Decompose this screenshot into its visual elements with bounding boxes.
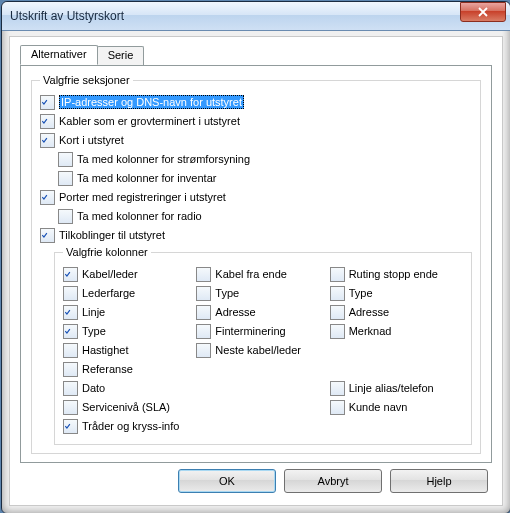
group-columns: Valgfrie kolonner Kabel/leder Lederfarge… bbox=[54, 246, 472, 445]
col-label: Kabel/leder bbox=[82, 268, 138, 280]
checkbox-icon bbox=[63, 343, 78, 358]
col-lederfarge[interactable]: Lederfarge bbox=[63, 284, 196, 302]
tabstrip: Alternativer Serie bbox=[20, 45, 143, 65]
col-alias[interactable]: Linje alias/telefon bbox=[330, 379, 463, 397]
col-label: Neste kabel/leder bbox=[215, 344, 301, 356]
checkbox-icon bbox=[63, 267, 78, 282]
col-linje[interactable]: Linje bbox=[63, 303, 196, 321]
group-columns-legend: Valgfrie kolonner bbox=[63, 246, 151, 258]
option-kort-inv[interactable]: Ta med kolonner for inventar bbox=[58, 169, 472, 187]
group-sections-legend: Valgfrie seksjoner bbox=[40, 74, 133, 86]
col-type3[interactable]: Type bbox=[330, 284, 463, 302]
col-label: Linje bbox=[82, 306, 105, 318]
tab-serie[interactable]: Serie bbox=[97, 46, 145, 66]
checkbox-icon bbox=[63, 400, 78, 415]
col-kunde[interactable]: Kunde navn bbox=[330, 398, 463, 416]
option-kort-power[interactable]: Ta med kolonner for strømforsyning bbox=[58, 150, 472, 168]
option-ip-label: IP-adresser og DNS-navn for utstyret bbox=[59, 95, 244, 109]
button-bar: OK Avbryt Hjelp bbox=[178, 469, 488, 493]
option-kabler[interactable]: Kabler som er grovterminert i utstyret bbox=[40, 112, 472, 130]
col-finterminering[interactable]: Finterminering bbox=[196, 322, 329, 340]
button-label: Hjelp bbox=[426, 475, 451, 487]
tabpage-alternativer: Valgfrie seksjoner IP-adresser og DNS-na… bbox=[20, 65, 492, 463]
col-label: Type bbox=[82, 325, 106, 337]
checkbox-icon bbox=[40, 228, 55, 243]
col-label: Lederfarge bbox=[82, 287, 135, 299]
col-label: Adresse bbox=[215, 306, 255, 318]
checkbox-icon bbox=[330, 286, 345, 301]
cancel-button[interactable]: Avbryt bbox=[284, 469, 382, 493]
col-label: Merknad bbox=[349, 325, 392, 337]
checkbox-icon bbox=[63, 362, 78, 377]
checkbox-icon bbox=[63, 305, 78, 320]
option-kort-inv-label: Ta med kolonner for inventar bbox=[77, 172, 216, 184]
checkbox-icon bbox=[63, 324, 78, 339]
column-3: Ruting stopp ende Type Adresse Merknad .… bbox=[330, 264, 463, 436]
col-type2[interactable]: Type bbox=[196, 284, 329, 302]
checkbox-icon bbox=[40, 95, 55, 110]
checkbox-icon bbox=[330, 267, 345, 282]
checkbox-icon bbox=[330, 324, 345, 339]
titlebar: Utskrift av Utstyrskort bbox=[2, 2, 510, 31]
col-label: Kunde navn bbox=[349, 401, 408, 413]
col-neste[interactable]: Neste kabel/leder bbox=[196, 341, 329, 359]
option-ip[interactable]: IP-adresser og DNS-navn for utstyret bbox=[40, 93, 472, 111]
button-label: Avbryt bbox=[318, 475, 349, 487]
checkbox-icon bbox=[58, 171, 73, 186]
col-label: Finterminering bbox=[215, 325, 285, 337]
column-2: Kabel fra ende Type Adresse Fintermineri… bbox=[196, 264, 329, 436]
col-ruting[interactable]: Ruting stopp ende bbox=[330, 265, 463, 283]
tab-label: Alternativer bbox=[31, 48, 87, 60]
button-label: OK bbox=[219, 475, 235, 487]
col-sla[interactable]: Servicenivå (SLA) bbox=[63, 398, 196, 416]
checkbox-icon bbox=[63, 419, 78, 434]
checkbox-icon bbox=[40, 133, 55, 148]
col-adresse3[interactable]: Adresse bbox=[330, 303, 463, 321]
columns-container: Kabel/leder Lederfarge Linje Type Hastig… bbox=[63, 264, 463, 436]
checkbox-icon bbox=[196, 267, 211, 282]
close-button[interactable] bbox=[460, 2, 506, 22]
checkbox-icon bbox=[196, 324, 211, 339]
option-kort[interactable]: Kort i utstyret bbox=[40, 131, 472, 149]
col-kabel-fra[interactable]: Kabel fra ende bbox=[196, 265, 329, 283]
col-kabel[interactable]: Kabel/leder bbox=[63, 265, 196, 283]
col-adresse2[interactable]: Adresse bbox=[196, 303, 329, 321]
checkbox-icon bbox=[63, 286, 78, 301]
checkbox-icon bbox=[63, 381, 78, 396]
col-hastighet[interactable]: Hastighet bbox=[63, 341, 196, 359]
checkbox-icon bbox=[196, 343, 211, 358]
option-kort-power-label: Ta med kolonner for strømforsyning bbox=[77, 153, 250, 165]
col-label: Tråder og kryss-info bbox=[82, 420, 179, 432]
col-label: Hastighet bbox=[82, 344, 128, 356]
option-porter[interactable]: Porter med registreringer i utstyret bbox=[40, 188, 472, 206]
col-label: Ruting stopp ende bbox=[349, 268, 438, 280]
window-title: Utskrift av Utstyrskort bbox=[10, 9, 460, 23]
option-tilkoblinger-label: Tilkoblinger til utstyret bbox=[59, 229, 165, 241]
checkbox-icon bbox=[330, 400, 345, 415]
col-label: Referanse bbox=[82, 363, 133, 375]
col-referanse[interactable]: Referanse bbox=[63, 360, 196, 378]
checkbox-icon bbox=[330, 381, 345, 396]
option-porter-radio-label: Ta med kolonner for radio bbox=[77, 210, 202, 222]
help-button[interactable]: Hjelp bbox=[390, 469, 488, 493]
col-type1[interactable]: Type bbox=[63, 322, 196, 340]
option-porter-radio[interactable]: Ta med kolonner for radio bbox=[58, 207, 472, 225]
checkbox-icon bbox=[196, 305, 211, 320]
checkbox-icon bbox=[58, 152, 73, 167]
checkbox-icon bbox=[40, 114, 55, 129]
col-merknad[interactable]: Merknad bbox=[330, 322, 463, 340]
option-tilkoblinger[interactable]: Tilkoblinger til utstyret bbox=[40, 226, 472, 244]
client-area: Alternativer Serie Valgfrie seksjoner IP… bbox=[9, 36, 503, 506]
checkbox-icon bbox=[40, 190, 55, 205]
column-1: Kabel/leder Lederfarge Linje Type Hastig… bbox=[63, 264, 196, 436]
col-label: Adresse bbox=[349, 306, 389, 318]
col-label: Type bbox=[215, 287, 239, 299]
col-trader[interactable]: Tråder og kryss-info bbox=[63, 417, 196, 435]
col-dato[interactable]: Dato bbox=[63, 379, 196, 397]
tab-alternativer[interactable]: Alternativer bbox=[20, 45, 98, 65]
col-label: Dato bbox=[82, 382, 105, 394]
ok-button[interactable]: OK bbox=[178, 469, 276, 493]
col-label: Kabel fra ende bbox=[215, 268, 287, 280]
checkbox-icon bbox=[58, 209, 73, 224]
checkbox-icon bbox=[330, 305, 345, 320]
